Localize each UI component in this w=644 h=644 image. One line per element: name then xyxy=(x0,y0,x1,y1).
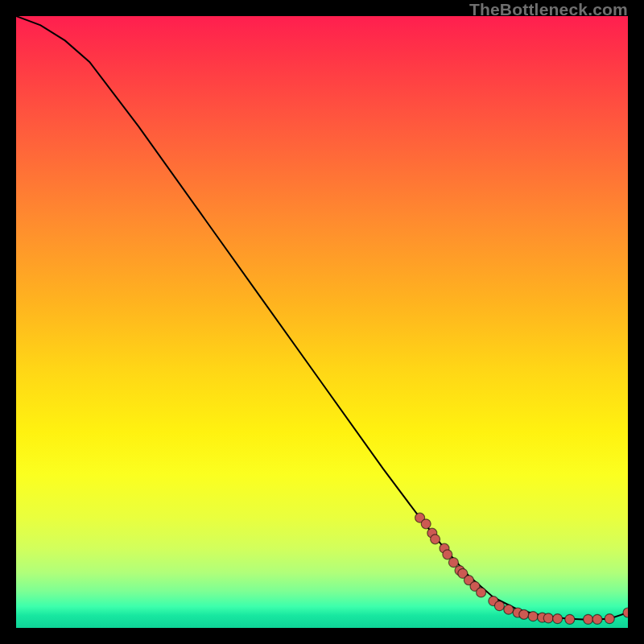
data-marker xyxy=(455,566,464,576)
data-marker xyxy=(448,558,458,568)
chart-container: TheBottleneck.com xyxy=(0,0,644,644)
data-marker xyxy=(443,550,452,559)
data-marker xyxy=(464,576,473,585)
data-marker xyxy=(538,613,547,622)
curve-line xyxy=(16,16,628,620)
data-marker xyxy=(415,513,425,522)
data-marker xyxy=(504,605,514,614)
data-marker xyxy=(553,614,563,624)
data-marker xyxy=(605,614,614,624)
data-marker xyxy=(565,614,575,624)
data-marker xyxy=(519,609,529,619)
data-marker xyxy=(494,601,504,611)
data-marker xyxy=(528,612,538,621)
data-marker xyxy=(489,597,498,606)
chart-svg xyxy=(16,16,628,628)
data-marker xyxy=(440,543,449,553)
plot-area xyxy=(16,16,628,628)
data-marker xyxy=(470,581,480,591)
data-marker xyxy=(421,519,431,529)
data-marker xyxy=(458,568,468,578)
markers-group xyxy=(415,513,628,624)
data-marker xyxy=(427,528,437,538)
data-marker xyxy=(592,614,602,624)
data-marker xyxy=(584,614,593,624)
data-marker xyxy=(623,608,628,617)
data-marker xyxy=(431,535,440,544)
data-marker xyxy=(477,588,486,597)
data-marker xyxy=(543,613,553,623)
data-marker xyxy=(513,608,522,617)
